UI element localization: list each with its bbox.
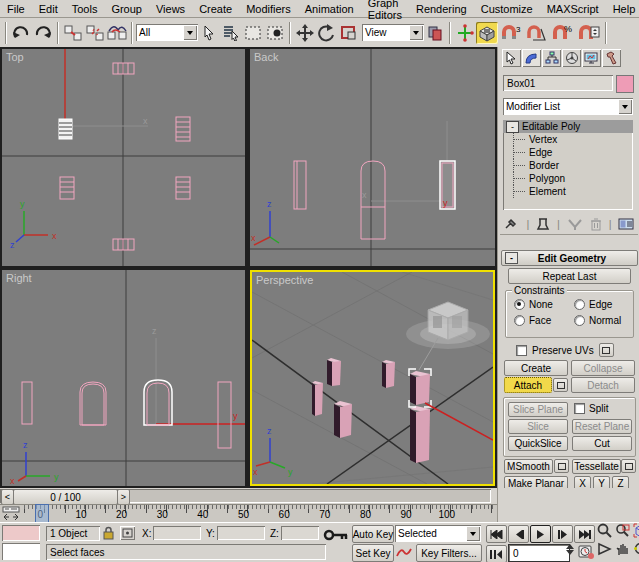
time-configuration-icon[interactable] [578,544,594,560]
create-button[interactable]: Create [504,360,568,376]
menu-item[interactable]: Group [104,2,149,16]
show-end-result-icon[interactable] [536,217,550,231]
select-and-manipulate-icon[interactable] [454,22,476,44]
select-by-name-icon[interactable] [220,22,242,44]
play-button[interactable] [530,525,551,543]
dropdown-arrow-icon[interactable] [618,99,632,114]
mini-curve-editor-icon[interactable] [2,506,20,520]
menu-item[interactable]: Views [149,2,192,16]
menu-item[interactable]: Tools [65,2,105,16]
cut-button[interactable]: Cut [572,436,632,451]
tab-hierarchy[interactable] [542,49,561,67]
menu-item[interactable]: Help [606,2,639,16]
msmooth-settings-button[interactable] [554,459,569,473]
set-key-button[interactable]: Set Key [352,544,394,562]
configure-modifier-sets-icon[interactable] [618,217,634,231]
stack-subobject-item[interactable]: Vertex [503,133,633,146]
window-crossing-icon[interactable] [264,22,286,44]
dropdown-arrow-icon[interactable] [466,526,480,541]
stack-subobject-item[interactable]: Polygon [503,172,633,185]
rectangular-selection-region-icon[interactable] [242,22,264,44]
detach-button[interactable]: Detach [571,377,635,393]
tab-modify[interactable] [522,49,541,67]
reset-plane-button[interactable]: Reset Plane [572,419,632,434]
dropdown-arrow-icon[interactable] [183,25,197,40]
collapse-minus-icon[interactable]: - [506,121,519,133]
reference-coordinate-system-dropdown[interactable]: View [362,24,424,41]
stack-subobject-item[interactable]: Edge [503,146,633,159]
track-bar[interactable]: 0102030405060708090100 [0,504,497,522]
collapse-button[interactable]: Collapse [571,360,635,376]
selection-lock-icon[interactable] [102,526,115,540]
radio-edge[interactable] [574,299,585,310]
menu-item[interactable]: Rendering [409,2,474,16]
selection-filter-dropdown[interactable]: All [136,24,198,41]
redo-icon[interactable] [32,22,54,44]
make-unique-icon[interactable] [567,217,583,231]
constraint-none[interactable]: None [514,299,553,310]
viewport-right[interactable]: Right z y [2,270,245,486]
go-to-end-button[interactable] [574,525,595,543]
spinner-snap-icon[interactable] [576,22,602,44]
edit-geometry-rollout-header[interactable]: - Edit Geometry [501,250,638,266]
time-slider-handle[interactable]: 0 / 100 [13,489,118,505]
key-mode-toggle-icon[interactable] [486,545,507,562]
repeat-last-button[interactable]: Repeat Last [508,268,631,284]
tab-display[interactable] [582,49,601,67]
select-object-icon[interactable] [198,22,220,44]
tab-motion[interactable] [562,49,581,67]
viewport-top[interactable]: Top x [2,49,245,266]
slice-button[interactable]: Slice [508,419,568,434]
tab-create[interactable] [502,49,521,67]
key-filters-button[interactable]: Key Filters... [416,544,482,562]
listener-line[interactable] [2,543,40,560]
go-to-start-button[interactable] [486,525,507,543]
percent-snap-icon[interactable]: % [550,22,576,44]
rollout-collapse-icon[interactable]: - [505,252,518,264]
constraint-normal[interactable]: Normal [574,315,621,326]
auto-key-button[interactable]: Auto Key [352,525,394,543]
menu-item[interactable]: Customize [474,2,540,16]
angle-snap-icon[interactable] [524,22,550,44]
tessellate-settings-button[interactable] [621,459,636,473]
tessellate-button[interactable]: Tessellate [572,459,621,474]
viewport-back[interactable]: Back x y [250,49,495,266]
object-name-field[interactable]: Box01 [503,75,613,91]
viewport-perspective[interactable]: Perspective [250,270,495,486]
stack-subobject-item[interactable]: Border [503,159,633,172]
pin-stack-icon[interactable] [503,217,519,231]
quickslice-button[interactable]: QuickSlice [508,436,568,451]
use-pivot-point-center-icon[interactable] [424,22,446,44]
select-and-move-icon[interactable] [294,22,316,44]
split-checkbox[interactable] [574,403,585,414]
select-and-scale-icon[interactable] [338,22,360,44]
z-coord-field[interactable] [281,526,319,540]
stack-item-editable-poly[interactable]: - Editable Poly [503,120,633,133]
menu-item[interactable]: Edit [32,2,65,16]
frame-spinner[interactable] [566,544,574,555]
absolute-offset-mode-icon[interactable] [120,526,135,540]
selection-set-dropdown[interactable]: Selected [395,525,481,542]
macro-recorder-line[interactable] [2,525,40,541]
radio-none[interactable] [514,299,525,310]
set-keys-key-icon[interactable] [323,527,349,543]
menu-item[interactable]: Create [192,2,239,16]
previous-frame-button[interactable] [508,525,529,543]
menu-item[interactable]: File [0,2,32,16]
snaps-toggle-icon[interactable] [476,22,498,44]
stack-subobject-item[interactable]: Element [503,185,633,198]
time-slider-next-button[interactable]: > [117,489,130,505]
field-of-view-icon[interactable] [597,541,612,556]
select-and-rotate-icon[interactable] [316,22,338,44]
angle-snap-toggle-icon[interactable]: 3 [498,22,524,44]
modifier-list-dropdown[interactable]: Modifier List [503,98,633,115]
pan-hand-icon[interactable] [615,541,630,556]
attach-settings-button[interactable] [553,378,568,392]
x-coord-field[interactable] [153,526,201,540]
msmooth-button[interactable]: MSmooth [504,459,553,474]
object-color-swatch[interactable] [616,75,634,93]
menu-item[interactable]: MAXScript [540,2,606,16]
constraint-face[interactable]: Face [514,315,551,326]
radio-face[interactable] [514,315,525,326]
menu-item[interactable]: Modifiers [239,2,298,16]
